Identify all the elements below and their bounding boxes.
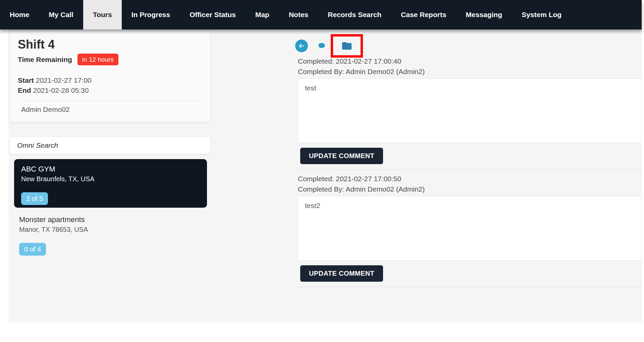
tour-progress-badge: 2 of 5 bbox=[21, 192, 48, 205]
nav-item-in-progress[interactable]: In Progress bbox=[122, 0, 180, 29]
nav-item-notes[interactable]: Notes bbox=[279, 0, 318, 29]
omni-search-input[interactable] bbox=[9, 137, 211, 154]
tour-name: ABC GYM bbox=[21, 165, 200, 174]
start-label: Start bbox=[18, 76, 34, 84]
time-remaining-label: Time Remaining bbox=[18, 56, 72, 64]
comment-textarea[interactable]: test bbox=[298, 78, 642, 143]
tour-name: Monster apartments bbox=[19, 215, 88, 224]
shift-card-divider bbox=[18, 101, 201, 101]
tour-list-item-abc-gym[interactable]: ABC GYM New Braunfels, TX, USA 2 of 5 bbox=[14, 159, 207, 208]
comment-block: Completed: 2021-02-27 17:00:40 Completed… bbox=[298, 58, 642, 169]
nav-item-records-search[interactable]: Records Search bbox=[318, 0, 391, 29]
shift-times: Start 2021-02-27 17:00 End 2021-02-28 05… bbox=[18, 75, 202, 96]
completed-time: 2021-02-27 17:00:40 bbox=[336, 57, 401, 65]
completed-line: Completed: 2021-02-27 17:00:40 bbox=[298, 58, 642, 65]
comment-divider bbox=[298, 169, 642, 169]
end-label: End bbox=[18, 86, 31, 94]
comment-icon[interactable] bbox=[317, 42, 326, 50]
completed-label: Completed: bbox=[298, 57, 334, 65]
shift-card: Shift 4 Time Remaining in 12 hours Start… bbox=[9, 30, 211, 122]
tour-list-item-monster-apartments[interactable]: Monster apartments Manor, TX 78653, USA … bbox=[19, 215, 88, 256]
completed-by-label: Completed By: bbox=[298, 68, 344, 75]
completed-by-line: Completed By: Admin Demo02 (Admin2) bbox=[298, 68, 642, 75]
completed-by-label: Completed By: bbox=[298, 185, 344, 193]
start-value: 2021-02-27 17:00 bbox=[36, 76, 92, 84]
tour-location: New Braunfels, TX, USA bbox=[21, 175, 200, 183]
comment-textarea[interactable]: test2 bbox=[298, 196, 642, 261]
end-value: 2021-02-28 05:30 bbox=[33, 86, 89, 94]
time-remaining-badge: in 12 hours bbox=[77, 54, 118, 65]
back-button[interactable] bbox=[295, 40, 308, 52]
content-area: Shift 4 Time Remaining in 12 hours Start… bbox=[8, 29, 642, 322]
nav-item-home[interactable]: Home bbox=[0, 0, 39, 29]
time-remaining-row: Time Remaining in 12 hours bbox=[18, 54, 202, 65]
completed-by-value: Admin Demo02 (Admin2) bbox=[345, 185, 425, 193]
shift-end-line: End 2021-02-28 05:30 bbox=[18, 85, 202, 95]
nav-item-my-call[interactable]: My Call bbox=[39, 0, 83, 29]
comment-block: Completed: 2021-02-27 17:00:50 Completed… bbox=[298, 175, 642, 287]
completed-label: Completed: bbox=[298, 175, 334, 183]
highlight-box bbox=[331, 34, 363, 58]
nav-item-messaging[interactable]: Messaging bbox=[456, 0, 512, 29]
tour-detail-toolbar bbox=[295, 33, 363, 59]
comment-divider bbox=[298, 287, 642, 287]
nav-item-case-reports[interactable]: Case Reports bbox=[391, 0, 456, 29]
shift-title: Shift 4 bbox=[18, 38, 202, 52]
assigned-officer: Admin Demo02 bbox=[18, 106, 202, 114]
tour-location: Manor, TX 78653, USA bbox=[19, 226, 88, 233]
nav-item-officer-status[interactable]: Officer Status bbox=[180, 0, 246, 29]
update-comment-button[interactable]: UPDATE COMMENT bbox=[300, 265, 383, 282]
back-arrow-icon bbox=[298, 42, 306, 50]
shift-start-line: Start 2021-02-27 17:00 bbox=[18, 75, 202, 85]
tour-progress-badge: 0 of 4 bbox=[19, 243, 46, 256]
completed-by-value: Admin Demo02 (Admin2) bbox=[345, 68, 425, 75]
completed-by-line: Completed By: Admin Demo02 (Admin2) bbox=[298, 186, 642, 193]
completed-time: 2021-02-27 17:00:50 bbox=[336, 175, 401, 183]
update-comment-button[interactable]: UPDATE COMMENT bbox=[300, 148, 383, 164]
nav-item-tours[interactable]: Tours bbox=[83, 0, 122, 29]
nav-item-map[interactable]: Map bbox=[246, 0, 279, 29]
top-navbar: Home My Call Tours In Progress Officer S… bbox=[0, 0, 642, 29]
comments-panel: Completed: 2021-02-27 17:00:40 Completed… bbox=[298, 58, 642, 293]
nav-item-system-log[interactable]: System Log bbox=[512, 0, 571, 29]
folder-icon[interactable] bbox=[341, 40, 353, 52]
completed-line: Completed: 2021-02-27 17:00:50 bbox=[298, 175, 642, 183]
